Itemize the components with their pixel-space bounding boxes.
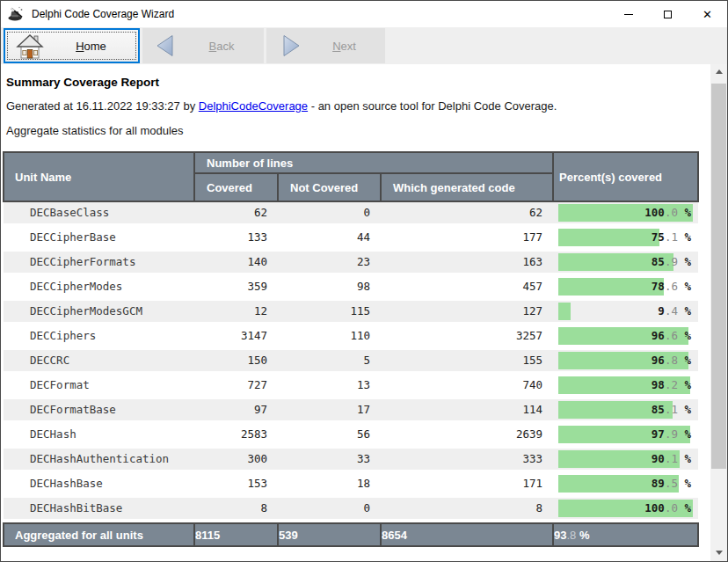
header-not-covered: Not Covered bbox=[278, 173, 381, 201]
delphicodecoverage-link[interactable]: DelphiCodeCoverage bbox=[199, 99, 308, 113]
next-button[interactable]: Next bbox=[266, 28, 385, 63]
percent-value: 100.0 % bbox=[644, 500, 691, 517]
percent-cell: 85.9 % bbox=[553, 252, 698, 276]
back-button-label: Back bbox=[179, 40, 264, 53]
percent-value: 75.1 % bbox=[652, 229, 691, 246]
unit-cell: DECBaseClass bbox=[4, 201, 194, 227]
table-row: DECCipherModesGCM 12 115 127 9.4 % bbox=[4, 301, 698, 325]
header-which-generated-code: Which generated code bbox=[381, 173, 553, 201]
percent-value: 98.2 % bbox=[652, 376, 691, 394]
back-button[interactable]: Back bbox=[142, 28, 264, 63]
minimize-button[interactable] bbox=[608, 1, 648, 27]
table-row: DECFormat 727 13 740 98.2 % bbox=[4, 375, 698, 399]
unit-cell: DECCipherModesGCM bbox=[4, 301, 194, 325]
unit-cell: DECCipherModes bbox=[4, 276, 194, 301]
minimize-icon bbox=[624, 14, 633, 15]
unit-cell: DECCipherBase bbox=[4, 227, 194, 252]
percent-value: 9.4 % bbox=[658, 303, 691, 320]
percent-cell: 89.5 % bbox=[553, 473, 698, 498]
header-percent-covered: Percent(s) covered bbox=[553, 152, 698, 201]
table-row: DECHash 2583 56 2639 97.9 % bbox=[4, 424, 698, 449]
aggregate-not-covered: 539 bbox=[278, 523, 381, 546]
report-content: Summary Coverage Report Generated at 16.… bbox=[1, 64, 727, 561]
aggregate-generated: 8654 bbox=[381, 523, 553, 546]
covered-cell: 12 bbox=[194, 301, 278, 325]
generated-cell: 62 bbox=[381, 201, 553, 227]
covered-cell: 8 bbox=[194, 498, 278, 523]
table-row: DECCipherFormats 140 23 163 85.9 % bbox=[4, 252, 698, 276]
not-covered-cell: 56 bbox=[278, 424, 381, 449]
header-number-of-lines: Number of lines bbox=[194, 152, 553, 173]
close-button[interactable]: ✕ bbox=[688, 1, 727, 27]
generated-cell: 114 bbox=[381, 399, 553, 424]
unit-cell: DECFormatBase bbox=[4, 399, 194, 424]
unit-cell: DECHashAuthentication bbox=[4, 449, 194, 473]
vertical-scrollbar[interactable] bbox=[710, 64, 727, 561]
scroll-up-button[interactable] bbox=[710, 64, 727, 79]
scroll-up-icon bbox=[716, 69, 723, 74]
percent-cell: 97.9 % bbox=[553, 424, 698, 449]
maximize-button[interactable] bbox=[648, 1, 688, 27]
generated-cell: 740 bbox=[381, 375, 553, 399]
covered-cell: 97 bbox=[194, 399, 278, 424]
percent-cell: 78.6 % bbox=[553, 276, 698, 301]
generated-cell: 171 bbox=[381, 473, 553, 498]
not-covered-cell: 115 bbox=[278, 301, 381, 325]
scrollbar-thumb[interactable] bbox=[711, 84, 726, 469]
aggregate-percent: 93.8 % bbox=[553, 523, 698, 546]
table-row: DECCRC 150 5 155 96.8 % bbox=[4, 350, 698, 375]
wizard-hat-icon bbox=[8, 6, 24, 22]
coverage-table-body: DECBaseClass 62 0 62 100.0 % DECCipherBa… bbox=[4, 201, 698, 523]
generated-prefix: Generated at 16.11.2022 19:33:27 by bbox=[6, 99, 199, 113]
covered-cell: 62 bbox=[194, 201, 278, 227]
percent-cell: 90.1 % bbox=[553, 449, 698, 473]
coverage-bar bbox=[558, 229, 659, 246]
not-covered-cell: 17 bbox=[278, 399, 381, 424]
covered-cell: 153 bbox=[194, 473, 278, 498]
next-button-label: Next bbox=[303, 40, 385, 53]
covered-cell: 727 bbox=[194, 375, 278, 399]
home-house-icon bbox=[16, 33, 44, 60]
generated-cell: 333 bbox=[381, 449, 553, 473]
not-covered-cell: 98 bbox=[278, 276, 381, 301]
percent-value: 85.9 % bbox=[652, 253, 691, 271]
generated-cell: 8 bbox=[381, 498, 553, 523]
covered-cell: 300 bbox=[194, 449, 278, 473]
coverage-table: Unit Name Number of lines Percent(s) cov… bbox=[3, 151, 699, 547]
percent-value: 97.9 % bbox=[652, 426, 691, 443]
unit-cell: DECHashBitBase bbox=[4, 498, 194, 523]
percent-cell: 9.4 % bbox=[553, 301, 698, 325]
maximize-icon bbox=[664, 11, 672, 18]
header-covered: Covered bbox=[194, 173, 278, 201]
report-title: Summary Coverage Report bbox=[6, 76, 727, 89]
not-covered-cell: 0 bbox=[278, 498, 381, 523]
coverage-bar bbox=[558, 278, 664, 296]
generated-cell: 155 bbox=[381, 350, 553, 375]
generated-cell: 457 bbox=[381, 276, 553, 301]
window-title: Delphi Code Coverage Wizard bbox=[32, 8, 174, 20]
covered-cell: 140 bbox=[194, 252, 278, 276]
percent-value: 96.8 % bbox=[652, 352, 691, 369]
covered-cell: 150 bbox=[194, 350, 278, 375]
not-covered-cell: 33 bbox=[278, 449, 381, 473]
table-row: DECCipherModes 359 98 457 78.6 % bbox=[4, 276, 698, 301]
covered-cell: 3147 bbox=[194, 325, 278, 350]
not-covered-cell: 110 bbox=[278, 325, 381, 350]
percent-cell: 75.1 % bbox=[553, 227, 698, 252]
title-bar[interactable]: Delphi Code Coverage Wizard ✕ bbox=[1, 1, 727, 27]
table-row: DECHashAuthentication 300 33 333 90.1 % bbox=[4, 449, 698, 473]
home-button[interactable]: Home bbox=[4, 28, 140, 63]
unit-cell: DECCRC bbox=[4, 350, 194, 375]
generated-cell: 3257 bbox=[381, 325, 553, 350]
percent-value: 100.0 % bbox=[644, 204, 691, 222]
coverage-bar bbox=[558, 303, 571, 320]
covered-cell: 2583 bbox=[194, 424, 278, 449]
table-row: DECCiphers 3147 110 3257 96.6 % bbox=[4, 325, 698, 350]
scroll-down-button[interactable] bbox=[710, 545, 727, 560]
aggregate-subtitle: Aggregate statistics for all modules bbox=[6, 124, 727, 137]
not-covered-cell: 18 bbox=[278, 473, 381, 498]
percent-cell: 96.6 % bbox=[553, 325, 698, 350]
not-covered-cell: 44 bbox=[278, 227, 381, 252]
toolbar: Home Back Ne bbox=[1, 27, 727, 64]
not-covered-cell: 0 bbox=[278, 201, 381, 227]
